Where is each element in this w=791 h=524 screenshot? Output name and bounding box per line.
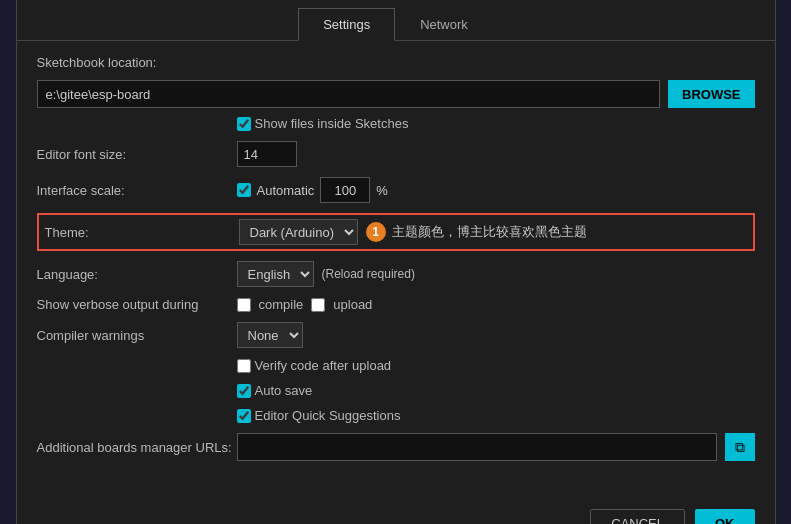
autosave-row: Auto save (237, 383, 755, 398)
upload-label: upload (333, 297, 372, 312)
interface-scale-row: Interface scale: Automatic % (37, 177, 755, 203)
cancel-button[interactable]: CANCEL (590, 509, 685, 524)
verbose-controls: compile upload (237, 297, 373, 312)
scale-controls: Automatic % (237, 177, 388, 203)
autosave-checkbox[interactable] (237, 384, 251, 398)
quick-suggestions-label: Editor Quick Suggestions (255, 408, 401, 423)
tab-settings[interactable]: Settings (298, 8, 395, 41)
tab-bar: Settings Network (17, 8, 775, 41)
sketchbook-input[interactable] (37, 80, 661, 108)
theme-badge: 1 (366, 222, 386, 242)
compiler-warnings-label: Compiler warnings (37, 328, 237, 343)
language-label: Language: (37, 267, 237, 282)
tab-network[interactable]: Network (395, 8, 493, 40)
theme-label: Theme: (45, 225, 239, 240)
ok-button[interactable]: OK (695, 509, 755, 524)
language-select[interactable]: English (237, 261, 314, 287)
sketchbook-input-row: BROWSE (37, 80, 755, 108)
theme-row: Theme: Dark (Arduino) 1 主题颜色，博主比较喜欢黑色主题 (37, 213, 755, 251)
scale-input[interactable] (320, 177, 370, 203)
quick-suggestions-row: Editor Quick Suggestions (237, 408, 755, 423)
font-size-row: Editor font size: (37, 141, 755, 167)
font-size-label: Editor font size: (37, 147, 237, 162)
autosave-label: Auto save (255, 383, 313, 398)
settings-content: Sketchbook location: BROWSE Show files i… (17, 41, 775, 485)
automatic-label: Automatic (257, 183, 315, 198)
percent-label: % (376, 183, 388, 198)
theme-annotation: 主题颜色，博主比较喜欢黑色主题 (392, 223, 587, 241)
show-files-label: Show files inside Sketches (255, 116, 409, 131)
verify-row: Verify code after upload (237, 358, 755, 373)
additional-urls-row: Additional boards manager URLs: ⧉ (37, 433, 755, 461)
verify-label: Verify code after upload (255, 358, 392, 373)
interface-scale-label: Interface scale: (37, 183, 237, 198)
additional-urls-button[interactable]: ⧉ (725, 433, 755, 461)
font-size-input[interactable] (237, 141, 297, 167)
language-row: Language: English (Reload required) (37, 261, 755, 287)
sketchbook-row: Sketchbook location: (37, 55, 755, 70)
verbose-row: Show verbose output during compile uploa… (37, 297, 755, 312)
reload-note: (Reload required) (322, 267, 415, 281)
verbose-label: Show verbose output during (37, 297, 237, 312)
additional-urls-input[interactable] (237, 433, 717, 461)
warnings-select[interactable]: None (237, 322, 303, 348)
footer: CANCEL OK (17, 495, 775, 524)
quick-suggestions-checkbox[interactable] (237, 409, 251, 423)
show-files-row: Show files inside Sketches (237, 116, 755, 131)
preferences-dialog: Preferences × Settings Network Sketchboo… (16, 0, 776, 524)
sketchbook-label: Sketchbook location: (37, 55, 237, 70)
browse-button[interactable]: BROWSE (668, 80, 755, 108)
compile-label: compile (259, 297, 304, 312)
theme-select[interactable]: Dark (Arduino) (239, 219, 358, 245)
compiler-warnings-row: Compiler warnings None (37, 322, 755, 348)
verify-checkbox[interactable] (237, 359, 251, 373)
show-files-checkbox[interactable] (237, 117, 251, 131)
compile-checkbox[interactable] (237, 298, 251, 312)
automatic-checkbox[interactable] (237, 183, 251, 197)
url-button-icon: ⧉ (735, 439, 745, 456)
additional-urls-label: Additional boards manager URLs: (37, 440, 237, 455)
upload-checkbox[interactable] (311, 298, 325, 312)
